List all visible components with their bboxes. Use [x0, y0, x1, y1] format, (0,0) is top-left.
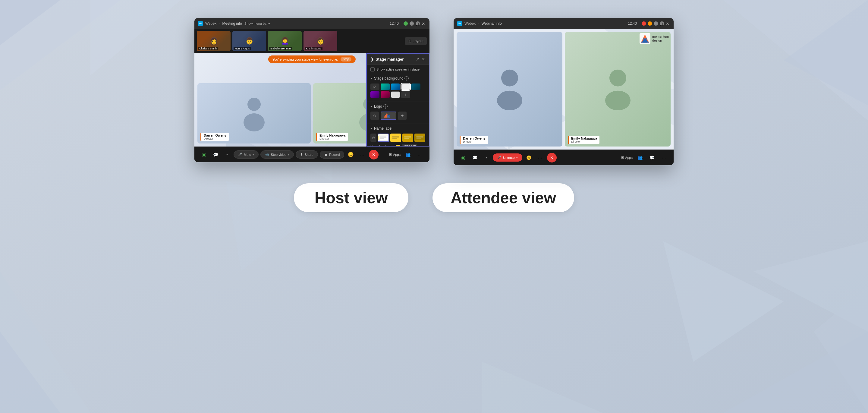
- stage-manager-title: ❯ Stage manager: [370, 57, 404, 61]
- swatch-white[interactable]: [401, 84, 410, 90]
- share-label: Share: [304, 153, 313, 156]
- swatch-dark-teal[interactable]: [411, 84, 421, 90]
- attendee-brand-label: Webex: [464, 21, 475, 26]
- name-color-swatch[interactable]: [396, 145, 400, 147]
- show-menu-label: Show menu bar: [244, 22, 268, 25]
- share-icon: ⬆: [300, 152, 303, 156]
- show-active-speaker-checkbox[interactable]: [370, 67, 375, 71]
- attendee-darren-name-inner: Darren Owens Director: [460, 136, 488, 144]
- name-label-style-1[interactable]: [378, 134, 389, 142]
- host-chat-icon[interactable]: 💬: [211, 150, 220, 159]
- svg-rect-34: [390, 136, 401, 140]
- unmute-icon: 🎤: [497, 155, 501, 159]
- attendee-more-toolbar-icon[interactable]: ···: [659, 153, 669, 163]
- participant-thumb-3[interactable]: 👩‍🦱 Isabelle Brennan: [268, 31, 302, 51]
- host-chat-chevron[interactable]: ▾: [222, 150, 232, 159]
- host-toolbar: ◉ 💬 ▾ 🎤 Mute ▾ 📹 Stop video ▾ ⬆ Share: [194, 147, 430, 162]
- svg-rect-36: [392, 138, 397, 139]
- stage-background-section: ▾ Stage background i ⊘: [367, 74, 429, 102]
- attendee-apps-button[interactable]: ⊞ Apps: [621, 155, 632, 159]
- logo-none-option[interactable]: ⊘: [370, 112, 379, 120]
- attendee-end-call-button[interactable]: ✕: [547, 153, 557, 163]
- record-button[interactable]: ⏺ Record: [320, 151, 344, 158]
- share-button[interactable]: ⬆ Share: [296, 150, 318, 158]
- emoji-reaction-icon[interactable]: 😊: [346, 150, 355, 159]
- attendee-dot-red[interactable]: [642, 21, 646, 26]
- swatch-pink[interactable]: [381, 91, 390, 98]
- stage-manager-close-icon[interactable]: ✕: [422, 57, 425, 61]
- name-label-toggle-icon[interactable]: ▾: [370, 127, 372, 130]
- show-menu-bar[interactable]: Show menu bar ▾: [244, 22, 270, 26]
- layout-button[interactable]: ⊞ Layout: [405, 37, 427, 45]
- swatch-blue[interactable]: [391, 84, 400, 90]
- stop-video-label: Stop video: [271, 153, 286, 156]
- attendee-momentum-text: momentum design: [652, 35, 669, 42]
- stage-bg-info-icon[interactable]: i: [404, 76, 409, 81]
- attendee-status-icon[interactable]: ◉: [458, 153, 468, 163]
- name-label-none[interactable]: ⊘: [370, 134, 376, 142]
- darren-silhouette: [242, 95, 266, 131]
- more-toolbar-icon[interactable]: ···: [415, 150, 425, 159]
- stop-video-button[interactable]: 📹 Stop video ▾: [260, 150, 294, 158]
- participant-thumb-1[interactable]: 👩 Clarissa Smith: [197, 31, 230, 51]
- swatch-add-icon[interactable]: +: [401, 91, 410, 98]
- emily-name-tag-inner: Emily Nakagawa Director: [316, 132, 348, 141]
- minimize-button[interactable]: −: [410, 21, 414, 26]
- attendee-chat-icon[interactable]: 💬: [470, 153, 479, 163]
- attendee-more-icon[interactable]: ···: [535, 153, 545, 163]
- host-window-controls: − □ ✕: [404, 21, 426, 26]
- swatch-white2[interactable]: [391, 91, 400, 98]
- participants-icon[interactable]: 👥: [403, 150, 412, 159]
- attendee-minimize-button[interactable]: −: [654, 21, 658, 26]
- attendee-chat-chevron[interactable]: ▾: [481, 153, 491, 163]
- svg-point-55: [497, 91, 522, 110]
- logo-add-icon[interactable]: +: [398, 112, 407, 120]
- svg-rect-32: [380, 137, 387, 137]
- name-color-label: Name label color:: [370, 145, 394, 147]
- webinar-info-link[interactable]: Webinar info: [481, 21, 501, 26]
- logo-info-icon[interactable]: i: [383, 104, 388, 109]
- darren-name-tag: Darren Owens Director: [200, 132, 229, 141]
- stage-manager-expand-icon[interactable]: ↗: [415, 57, 419, 61]
- host-titlebar: W Webex · Meeting info Show menu bar ▾ 1…: [194, 18, 430, 29]
- host-time: 12:40: [390, 21, 399, 26]
- sync-banner-stop-button[interactable]: Stop: [340, 57, 351, 61]
- name-label-style-4-preview: [414, 134, 425, 142]
- name-label-style-4[interactable]: [414, 134, 425, 142]
- darren-name: Darren Owens: [204, 134, 226, 137]
- apps-button[interactable]: ⊞ Apps: [389, 152, 401, 156]
- participant-thumb-4[interactable]: 👩 Kristin Stone: [304, 31, 337, 51]
- attendee-emoji-icon[interactable]: 😊: [524, 153, 534, 163]
- swatch-none[interactable]: ⊘: [370, 84, 379, 90]
- end-call-button[interactable]: ✕: [369, 150, 378, 159]
- participant-thumb-2[interactable]: 👨 Henry Riggs: [232, 31, 266, 51]
- attendee-dot-orange[interactable]: [648, 21, 652, 26]
- attendee-participants-icon[interactable]: 👥: [635, 153, 645, 163]
- attendee-chat2-icon[interactable]: 💬: [647, 153, 657, 163]
- swatch-purple[interactable]: [370, 91, 379, 98]
- expand-icon[interactable]: [404, 21, 408, 26]
- name-label-style-3[interactable]: [402, 134, 413, 142]
- darren-title: Director: [204, 137, 226, 140]
- unmute-button[interactable]: 🎤 Unmute ▾: [493, 153, 522, 161]
- logo-selected-option[interactable]: [381, 112, 396, 120]
- views-row: W Webex · Meeting info Show menu bar ▾ 1…: [0, 0, 868, 177]
- labels-row: Host view Attendee view: [0, 177, 868, 218]
- maximize-button[interactable]: □: [415, 21, 420, 26]
- stage-bg-toggle-icon[interactable]: ▾: [370, 77, 372, 81]
- swatch-teal[interactable]: [381, 84, 390, 90]
- meeting-info-link[interactable]: Meeting info: [222, 21, 242, 26]
- bg-swatches: ⊘ +: [370, 82, 425, 99]
- close-button[interactable]: ✕: [422, 21, 426, 26]
- mute-button[interactable]: 🎤 Mute ▾: [234, 150, 258, 158]
- attendee-emily-title: Director: [571, 140, 597, 143]
- host-status-icon[interactable]: ◉: [199, 150, 209, 159]
- attendee-window: W Webex · Webinar info 12:40 − □ ✕: [454, 18, 674, 165]
- host-view-label: Host view: [294, 183, 408, 212]
- logo-toggle-icon[interactable]: ▾: [370, 105, 372, 109]
- stage-manager-title-text: Stage manager: [375, 57, 404, 61]
- attendee-maximize-button[interactable]: □: [660, 21, 664, 26]
- more-options-icon[interactable]: ···: [358, 150, 367, 159]
- name-label-style-2[interactable]: [390, 134, 401, 142]
- attendee-close-button[interactable]: ✕: [666, 21, 670, 26]
